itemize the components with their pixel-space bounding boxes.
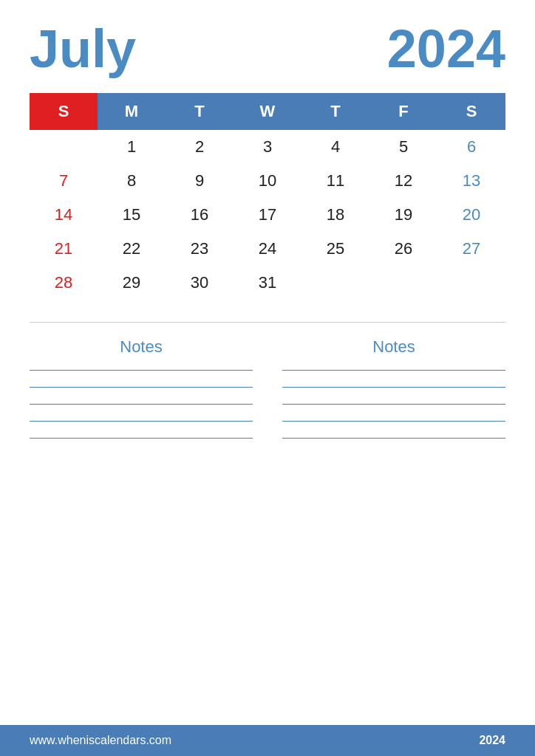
notes-column-left: Notes [30, 337, 253, 532]
day-cell: 18 [301, 198, 369, 232]
day-cell: 4 [301, 130, 369, 164]
section-divider [30, 322, 505, 323]
spacer [30, 532, 505, 726]
day-cell: 17 [234, 198, 301, 232]
header-thursday: T [301, 93, 369, 130]
day-cell: 2 [166, 130, 234, 164]
calendar-table: S M T W T F S 1 2 3 4 5 6 [30, 93, 505, 300]
notes-label-left: Notes [30, 337, 253, 357]
day-cell: 21 [30, 232, 98, 266]
day-cell: 15 [98, 198, 166, 232]
year-title: 2024 [387, 22, 505, 75]
day-cell: 31 [234, 266, 301, 300]
day-cell: 23 [166, 232, 234, 266]
day-cell: 1 [98, 130, 166, 164]
footer-year: 2024 [479, 734, 505, 747]
week-row-2: 7 8 9 10 11 12 13 [30, 164, 505, 198]
header-friday: F [369, 93, 437, 130]
day-cell: 24 [234, 232, 301, 266]
week-row-3: 14 15 16 17 18 19 20 [30, 198, 505, 232]
header-wednesday: W [234, 93, 301, 130]
notes-line-5[interactable] [30, 438, 253, 439]
footer: www.wheniscalendars.com 2024 [0, 725, 535, 756]
notes-line-3[interactable] [30, 404, 253, 405]
day-cell: 30 [166, 266, 234, 300]
notes-line-1[interactable] [30, 370, 253, 371]
notes-line-8[interactable] [282, 404, 505, 405]
day-cell: 26 [369, 232, 437, 266]
day-cell: 14 [30, 198, 98, 232]
header-sunday: S [30, 93, 98, 130]
day-cell: 3 [234, 130, 301, 164]
day-cell: 19 [369, 198, 437, 232]
day-cell: 10 [234, 164, 301, 198]
header-monday: M [98, 93, 166, 130]
day-cell [369, 266, 437, 300]
day-cell [30, 130, 98, 164]
day-cell: 9 [166, 164, 234, 198]
notes-column-right: Notes [282, 337, 505, 532]
notes-line-6[interactable] [282, 370, 505, 371]
day-cell: 25 [301, 232, 369, 266]
notes-line-4[interactable] [30, 421, 253, 422]
header-tuesday: T [166, 93, 234, 130]
notes-line-2[interactable] [30, 387, 253, 388]
week-row-5: 28 29 30 31 [30, 266, 505, 300]
day-cell: 7 [30, 164, 98, 198]
day-cell: 29 [98, 266, 166, 300]
notes-section: Notes Notes [30, 337, 505, 532]
day-cell: 6 [437, 130, 505, 164]
notes-line-9[interactable] [282, 421, 505, 422]
day-cell: 28 [30, 266, 98, 300]
day-cell: 16 [166, 198, 234, 232]
calendar-header-row: S M T W T F S [30, 93, 505, 130]
notes-label-right: Notes [282, 337, 505, 357]
calendar-body: 1 2 3 4 5 6 7 8 9 10 11 12 13 [30, 130, 505, 300]
day-cell: 12 [369, 164, 437, 198]
days-header-row: S M T W T F S [30, 93, 505, 130]
notes-line-7[interactable] [282, 387, 505, 388]
day-cell: 22 [98, 232, 166, 266]
week-row-1: 1 2 3 4 5 6 [30, 130, 505, 164]
day-cell: 27 [437, 232, 505, 266]
day-cell: 13 [437, 164, 505, 198]
week-row-4: 21 22 23 24 25 26 27 [30, 232, 505, 266]
calendar-header: July 2024 [30, 22, 505, 75]
calendar-container: S M T W T F S 1 2 3 4 5 6 [30, 93, 505, 307]
month-title: July [30, 22, 136, 75]
day-cell: 8 [98, 164, 166, 198]
day-cell [301, 266, 369, 300]
notes-line-10[interactable] [282, 438, 505, 439]
header-saturday: S [437, 93, 505, 130]
day-cell [437, 266, 505, 300]
day-cell: 20 [437, 198, 505, 232]
day-cell: 5 [369, 130, 437, 164]
day-cell: 11 [301, 164, 369, 198]
footer-url: www.wheniscalendars.com [30, 734, 171, 747]
page: July 2024 S M T W T F S 1 [0, 0, 535, 756]
